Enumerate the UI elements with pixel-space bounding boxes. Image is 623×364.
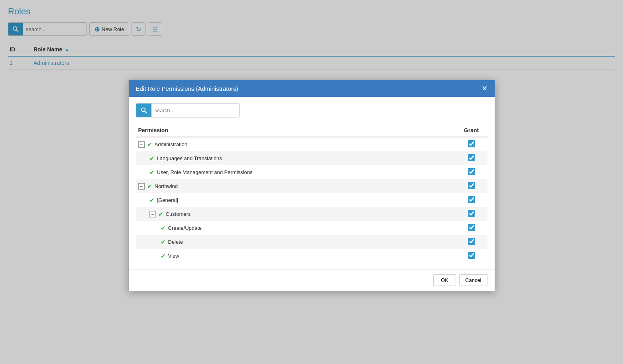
page-container: Roles ⊕ New Role ↻ ☰ ID Role Name ▲ [0,0,623,76]
modal-overlay: Edit Role Permissions (Administrators) ✕ [0,0,623,76]
